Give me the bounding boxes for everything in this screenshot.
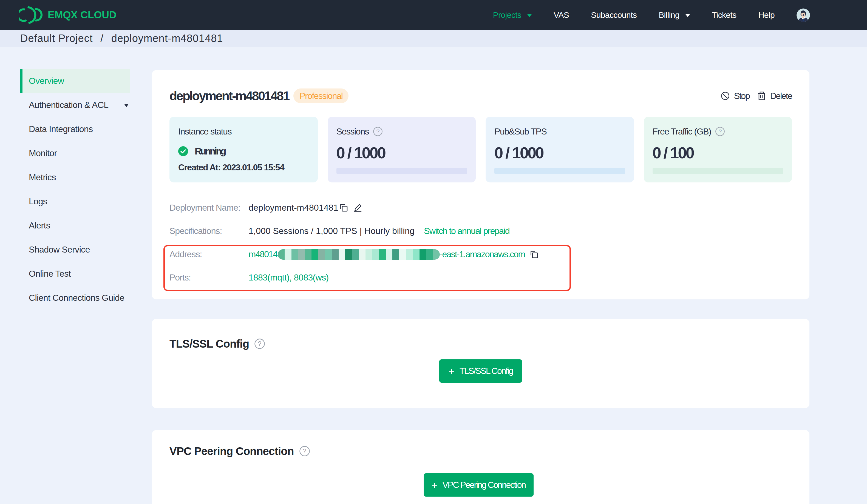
svg-text:?: ? [719,128,722,134]
svg-text:?: ? [303,448,306,455]
svg-text:?: ? [258,340,261,347]
svg-text:?: ? [376,128,379,134]
